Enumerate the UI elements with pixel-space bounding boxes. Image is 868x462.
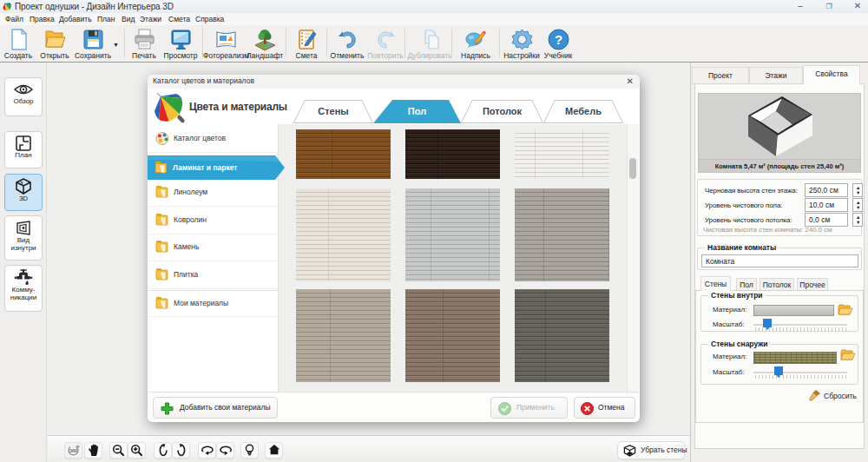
svg-text:360: 360 <box>69 448 77 453</box>
svg-text:?: ? <box>554 32 562 47</box>
